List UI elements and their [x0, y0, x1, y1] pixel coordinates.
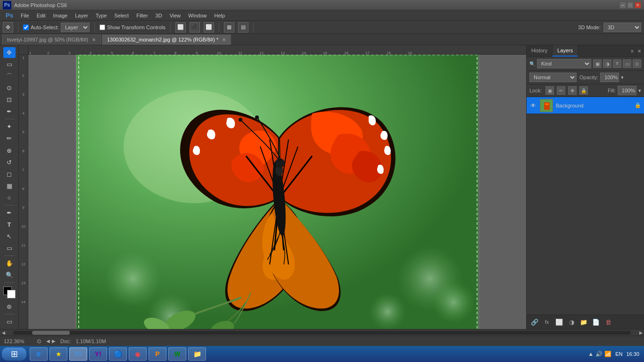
shape-tool[interactable]: ▭: [3, 243, 16, 254]
blend-mode-select[interactable]: Normal Multiply Screen Overlay Dissolve: [529, 73, 577, 82]
taskbar-yahoo[interactable]: Y!: [89, 347, 107, 361]
quick-select-tool[interactable]: ⊙: [3, 82, 16, 93]
3d-mode-select[interactable]: 3D: [603, 23, 641, 32]
align-left-btn[interactable]: ⬜: [175, 22, 186, 33]
canvas-content[interactable]: [28, 55, 526, 329]
new-group-btn[interactable]: 📁: [578, 317, 589, 327]
canvas-area[interactable]: 1 2 3 4 5 6 7 8 9 10 11 12 13 14 15 16 1…: [19, 45, 526, 329]
filter-smart-btn[interactable]: ⊙: [633, 59, 641, 68]
menu-edit[interactable]: Edit: [33, 12, 50, 19]
pen-tool[interactable]: ✒: [3, 207, 16, 218]
dodge-tool[interactable]: ○: [3, 192, 16, 203]
tab-0[interactable]: tsvetyi-10997.jpg @ 50% (RGB/8#) ✕: [2, 34, 101, 45]
panel-close-icon[interactable]: ✕: [636, 48, 642, 55]
tray-volume-icon[interactable]: 🔊: [595, 351, 603, 357]
path-select-tool[interactable]: ↖: [3, 231, 16, 242]
history-brush-tool[interactable]: ↺: [3, 157, 16, 168]
filter-shape-btn[interactable]: ▭: [623, 59, 631, 68]
taskbar-app8[interactable]: W: [168, 347, 186, 361]
align-center-btn[interactable]: ⬛: [190, 22, 200, 33]
align-right-btn[interactable]: ⬜: [204, 22, 214, 33]
menu-window[interactable]: Window: [184, 12, 210, 19]
zoom-icon-area[interactable]: ⊙: [37, 338, 41, 345]
crop-tool[interactable]: ⊡: [3, 94, 16, 105]
auto-select-value[interactable]: Layer Group: [61, 23, 90, 32]
taskbar-explorer[interactable]: 📁: [188, 347, 206, 361]
delete-layer-btn[interactable]: 🗑: [603, 317, 613, 327]
lock-all-btn[interactable]: 🔒: [579, 86, 588, 95]
menu-image[interactable]: Image: [50, 12, 72, 19]
window-controls[interactable]: ─ □ ✕: [619, 2, 641, 8]
add-mask-btn[interactable]: ⬜: [554, 317, 564, 327]
tab-1-close[interactable]: ✕: [222, 37, 226, 42]
taskbar-language[interactable]: EN: [615, 351, 622, 357]
menu-type[interactable]: Type: [92, 12, 111, 19]
hand-tool[interactable]: ✋: [3, 258, 16, 269]
menu-help[interactable]: Help: [210, 12, 229, 19]
eyedropper-tool[interactable]: ✒: [3, 106, 16, 117]
layer-thumbnail[interactable]: [540, 99, 553, 112]
eraser-tool[interactable]: ◻: [3, 169, 16, 180]
zoom-tool[interactable]: 🔍: [3, 270, 16, 280]
menu-3d[interactable]: 3D: [152, 12, 166, 19]
panel-menu-icon[interactable]: ≡: [630, 48, 635, 55]
scroll-left-btn[interactable]: ◀: [0, 329, 7, 336]
menu-layer[interactable]: Layer: [71, 12, 92, 19]
tab-history[interactable]: History: [527, 45, 553, 57]
menu-filter[interactable]: Filter: [132, 12, 151, 19]
layer-visibility-toggle[interactable]: 👁: [529, 102, 537, 109]
start-button[interactable]: ⊞: [2, 347, 26, 361]
auto-select-checkbox[interactable]: [23, 25, 29, 30]
opacity-arrow[interactable]: ▾: [621, 74, 624, 81]
lock-position-btn[interactable]: ✥: [568, 86, 577, 95]
menu-file[interactable]: File: [17, 12, 33, 19]
minimize-button[interactable]: ─: [619, 2, 626, 8]
type-tool[interactable]: T: [3, 219, 16, 230]
transform-checkbox[interactable]: [99, 25, 105, 30]
tab-1[interactable]: 1300302632_monarch2.jpg @ 122% (RGB/8#) …: [102, 34, 231, 45]
scroll-thumb[interactable]: [32, 331, 70, 335]
marquee-tool[interactable]: ▭: [3, 59, 16, 70]
clone-tool[interactable]: ⊕: [3, 145, 16, 156]
opacity-input[interactable]: [600, 73, 619, 82]
filter-pixel-btn[interactable]: ▣: [593, 59, 602, 68]
tray-up-icon[interactable]: ▲: [588, 351, 594, 357]
lock-image-btn[interactable]: ✏: [557, 86, 565, 95]
layers-kind-select[interactable]: Kind Name Effect Mode Attribute Color: [537, 59, 591, 68]
scroll-track[interactable]: [13, 331, 631, 335]
distribute2-btn[interactable]: ▤: [238, 22, 248, 33]
taskbar-photoshop[interactable]: Ps: [69, 347, 87, 361]
fill-arrow[interactable]: ▾: [638, 88, 641, 94]
filter-adj-btn[interactable]: ◑: [603, 59, 611, 68]
taskbar-app7[interactable]: P: [149, 347, 166, 361]
menu-ps[interactable]: Ps: [2, 11, 17, 20]
taskbar-chrome[interactable]: 🔵: [109, 347, 127, 361]
distribute-btn[interactable]: ▦: [224, 22, 234, 33]
scroll-right-btn[interactable]: ▶: [637, 329, 644, 336]
screen-mode-btn[interactable]: ▭: [3, 316, 16, 327]
move-tool[interactable]: ✥: [3, 47, 16, 58]
taskbar-app6[interactable]: ◉: [129, 347, 147, 361]
tab-0-close[interactable]: ✕: [92, 37, 96, 42]
brush-tool[interactable]: ✏: [3, 133, 16, 144]
background-color[interactable]: [7, 290, 16, 298]
quick-mask-tool[interactable]: ⊚: [3, 301, 16, 312]
status-prev[interactable]: ◀: [46, 338, 50, 344]
tab-layers[interactable]: Layers: [553, 45, 578, 57]
taskbar-bookmark[interactable]: ★: [50, 347, 67, 361]
taskbar-clock[interactable]: 16:30: [626, 351, 639, 357]
status-next[interactable]: ▶: [52, 338, 56, 344]
close-button[interactable]: ✕: [635, 2, 641, 8]
new-layer-btn[interactable]: 📄: [591, 317, 601, 327]
lasso-tool[interactable]: ⌒: [3, 71, 16, 82]
new-adjustment-btn[interactable]: ◑: [566, 317, 577, 327]
menu-view[interactable]: View: [166, 12, 185, 19]
gradient-tool[interactable]: ▦: [3, 181, 16, 191]
fill-input[interactable]: [618, 86, 636, 95]
layer-item-background[interactable]: 👁 Background 🔒: [527, 97, 644, 114]
layer-fx-btn[interactable]: fx: [542, 317, 552, 327]
link-layers-btn[interactable]: 🔗: [529, 317, 540, 327]
tray-network-icon[interactable]: 📶: [604, 351, 611, 357]
maximize-button[interactable]: □: [627, 2, 634, 8]
lock-pixels-btn[interactable]: ▣: [545, 86, 554, 95]
